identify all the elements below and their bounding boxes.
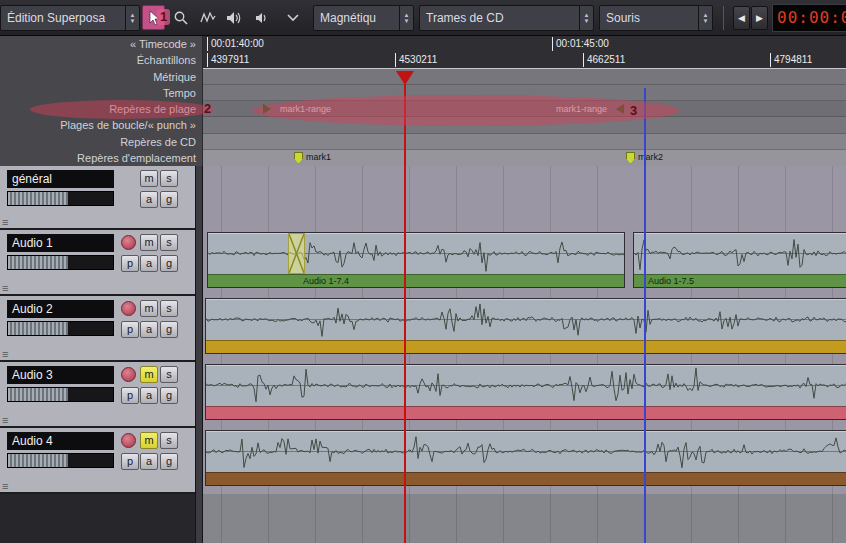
solo-button[interactable]: s (160, 234, 178, 251)
solo-button[interactable]: s (160, 366, 178, 383)
resize-grip[interactable]: ≡ (2, 283, 8, 294)
timecode-ruler[interactable]: 00:01:40:00 00:01:45:00 (203, 36, 846, 52)
cd-marker-ruler[interactable] (203, 134, 846, 150)
track-header-audio4[interactable]: Audio 4 m s p a g ≡ (0, 428, 195, 494)
mute-button[interactable]: m (140, 300, 158, 317)
spin-arrows-icon[interactable]: ▲▼ (579, 6, 593, 30)
audio-region[interactable] (205, 298, 846, 354)
region-name-bar[interactable] (206, 340, 846, 353)
mouse-mode-select[interactable]: Souris ▲▼ (599, 5, 713, 31)
region-name-bar[interactable]: Audio 1-7.4 (208, 274, 624, 287)
zoom-tool-button[interactable] (169, 5, 192, 30)
group-button[interactable]: g (160, 255, 178, 272)
snap-mode-select[interactable]: Magnétiqu ▲▼ (313, 5, 414, 31)
automation-button[interactable]: a (140, 387, 158, 404)
edit-mode-select[interactable]: Édition Superposa ▲▼ (0, 5, 140, 31)
mute-button[interactable]: m (140, 234, 158, 251)
region-name-bar[interactable] (206, 406, 846, 419)
track-lane-audio3[interactable] (203, 362, 846, 428)
audition-tool-button[interactable] (223, 5, 246, 30)
resize-grip[interactable]: ≡ (2, 415, 8, 426)
timecode-tick: 00:01:45:00 (552, 37, 609, 51)
solo-button[interactable]: s (160, 300, 178, 317)
automation-button[interactable]: a (140, 453, 158, 470)
sample-tick: 4397911 (207, 53, 249, 67)
audio-region[interactable]: Audio 1-7.4 (207, 232, 625, 288)
gain-fader[interactable] (7, 387, 114, 402)
transport-clock[interactable]: 00:00:0 (772, 4, 846, 32)
resize-grip[interactable]: ≡ (2, 217, 8, 228)
waveform (208, 233, 624, 274)
group-button[interactable]: g (160, 453, 178, 470)
automation-button[interactable]: a (140, 191, 158, 208)
edit-point-cursor[interactable] (644, 88, 646, 543)
timefx-tool-button[interactable] (196, 5, 219, 30)
crossfade-marker[interactable] (288, 233, 305, 274)
solo-button[interactable]: s (160, 432, 178, 449)
mute-button[interactable]: m (140, 366, 158, 383)
location-marker-label: mark2 (638, 152, 663, 162)
track-name[interactable]: Audio 1 (7, 234, 114, 252)
annotation-step-1: 1 (157, 9, 170, 25)
record-arm-button[interactable] (121, 433, 136, 448)
gain-fader[interactable] (7, 191, 114, 206)
nav-next-button[interactable]: ▶ (751, 6, 768, 30)
track-lane-audio4[interactable] (203, 428, 846, 494)
track-lane-audio2[interactable] (203, 296, 846, 362)
playlist-button[interactable]: p (121, 321, 139, 338)
audio-region[interactable]: Audio 1-7.5 (633, 232, 846, 288)
mute-button[interactable]: m (140, 432, 158, 449)
tool-overflow-button[interactable] (284, 10, 302, 26)
location-marker-ruler[interactable]: mark1 mark2 (203, 150, 846, 166)
spin-arrows-icon[interactable]: ▲▼ (399, 6, 413, 30)
automation-button[interactable]: a (140, 255, 158, 272)
record-arm-button[interactable] (121, 367, 136, 382)
track-header-audio1[interactable]: Audio 1 m s p a g ≡ (0, 230, 195, 296)
track-name[interactable]: Audio 2 (7, 300, 114, 318)
annotation-step-2: 2 (204, 101, 211, 117)
track-lane-audio1[interactable]: Audio 1-7.4 Audio 1-7.5 (203, 230, 846, 296)
track-header-audio2[interactable]: Audio 2 m s p a g ≡ (0, 296, 195, 362)
track-name[interactable]: général (7, 170, 114, 188)
sample-tick: 4794811 (770, 53, 812, 67)
automation-button[interactable]: a (140, 321, 158, 338)
ruler-label-tempo: Tempo (0, 85, 202, 101)
location-marker[interactable]: mark1 (294, 152, 331, 164)
audio-region[interactable] (205, 430, 846, 486)
region-name-bar[interactable] (206, 472, 846, 485)
nav-prev-button[interactable]: ◀ (733, 6, 750, 30)
track-name[interactable]: Audio 4 (7, 432, 114, 450)
samples-ruler[interactable]: 4397911 4530211 4662511 4794811 (203, 52, 846, 68)
playlist-button[interactable]: p (121, 387, 139, 404)
region-name-bar[interactable]: Audio 1-7.5 (634, 274, 846, 287)
group-button[interactable]: g (160, 387, 178, 404)
track-header-master[interactable]: général m s a g ≡ (0, 166, 195, 230)
playhead-head-icon[interactable] (396, 71, 414, 85)
gain-fader[interactable] (7, 255, 114, 270)
playlist-button[interactable]: p (121, 255, 139, 272)
gain-fader[interactable] (7, 321, 114, 336)
playhead-cursor[interactable] (404, 74, 406, 543)
gain-fader[interactable] (7, 453, 114, 468)
annotation-ellipse-2 (30, 100, 214, 119)
resize-grip[interactable]: ≡ (2, 349, 8, 360)
group-button[interactable]: g (160, 191, 178, 208)
track-lane-master[interactable] (203, 166, 846, 230)
meter-ruler[interactable] (203, 69, 846, 85)
group-button[interactable]: g (160, 321, 178, 338)
monitor-tool-button[interactable] (250, 5, 273, 30)
resize-grip[interactable]: ≡ (2, 481, 8, 492)
spin-arrows-icon[interactable]: ▲▼ (698, 6, 712, 30)
solo-button[interactable]: s (160, 170, 178, 187)
record-arm-button[interactable] (121, 301, 136, 316)
grid-unit-select[interactable]: Trames de CD ▲▼ (419, 5, 594, 31)
audio-region[interactable] (205, 364, 846, 420)
spin-arrows-icon[interactable]: ▲▼ (125, 6, 139, 30)
timefx-icon (200, 10, 216, 26)
playlist-button[interactable]: p (121, 453, 139, 470)
track-header-audio3[interactable]: Audio 3 m s p a g ≡ (0, 362, 195, 428)
ruler-label-loop-punch: Plages de boucle/« punch » (0, 117, 202, 133)
record-arm-button[interactable] (121, 235, 136, 250)
track-name[interactable]: Audio 3 (7, 366, 114, 384)
mute-button[interactable]: m (140, 170, 158, 187)
